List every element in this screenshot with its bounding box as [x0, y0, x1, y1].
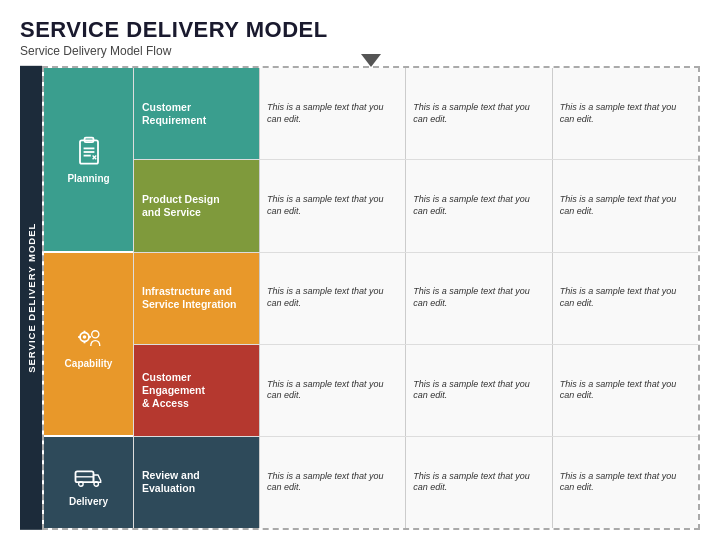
data-cell-2-1[interactable]: This is a sample text that you can edit.: [259, 160, 405, 251]
planning-icon: [71, 134, 107, 170]
table-row: CustomerRequirement This is a sample tex…: [134, 68, 698, 160]
data-cell-1-1[interactable]: This is a sample text that you can edit.: [259, 68, 405, 159]
page: SERVICE DELIVERY MODEL Service Delivery …: [0, 0, 720, 540]
svg-point-13: [91, 330, 98, 337]
table-row: Customer Engagement& Access This is a sa…: [134, 345, 698, 437]
svg-point-15: [78, 482, 83, 487]
delivery-label: Delivery: [69, 496, 108, 507]
data-cell-4-2[interactable]: This is a sample text that you can edit.: [405, 345, 551, 436]
category-review: Review andEvaluation: [134, 437, 259, 528]
content-area: Service Delivery Model: [20, 66, 700, 530]
vertical-label: Service Delivery Model: [20, 66, 42, 530]
table-wrap: Planning: [42, 66, 700, 530]
data-cell-5-3[interactable]: This is a sample text that you can edit.: [552, 437, 698, 528]
capability-label: Capability: [65, 358, 113, 369]
svg-point-16: [93, 482, 98, 487]
category-product-design: Product Designand Service: [134, 160, 259, 251]
data-cell-3-3[interactable]: This is a sample text that you can edit.: [552, 253, 698, 344]
delivery-group: Delivery: [44, 437, 133, 528]
data-cell-5-2[interactable]: This is a sample text that you can edit.: [405, 437, 551, 528]
category-customer-requirement: CustomerRequirement: [134, 68, 259, 159]
planning-group: Planning: [44, 68, 133, 252]
category-customer-engagement: Customer Engagement& Access: [134, 345, 259, 436]
data-cell-4-1[interactable]: This is a sample text that you can edit.: [259, 345, 405, 436]
delivery-icon: [71, 457, 107, 493]
planning-label: Planning: [67, 173, 109, 184]
capability-group: Capability: [44, 253, 133, 437]
data-cell-2-3[interactable]: This is a sample text that you can edit.: [552, 160, 698, 251]
data-cell-3-2[interactable]: This is a sample text that you can edit.: [405, 253, 551, 344]
data-cell-2-2[interactable]: This is a sample text that you can edit.: [405, 160, 551, 251]
table-row: Infrastructure andService Integration Th…: [134, 253, 698, 345]
table-row: Product Designand Service This is a samp…: [134, 160, 698, 252]
main-title: SERVICE DELIVERY MODEL: [20, 18, 700, 42]
top-arrow-icon: [361, 54, 381, 67]
svg-point-8: [82, 335, 86, 339]
whole-grid: Planning: [44, 68, 698, 528]
sub-title: Service Delivery Model Flow: [20, 44, 700, 58]
left-panel: Planning: [44, 68, 134, 528]
capability-icon: [71, 319, 107, 355]
category-infrastructure: Infrastructure andService Integration: [134, 253, 259, 344]
data-cell-5-1[interactable]: This is a sample text that you can edit.: [259, 437, 405, 528]
rows-area: CustomerRequirement This is a sample tex…: [134, 68, 698, 528]
data-cell-1-2[interactable]: This is a sample text that you can edit.: [405, 68, 551, 159]
data-cell-3-1[interactable]: This is a sample text that you can edit.: [259, 253, 405, 344]
vertical-label-wrap: Service Delivery Model: [20, 66, 42, 530]
table-row: Review andEvaluation This is a sample te…: [134, 437, 698, 528]
data-cell-1-3[interactable]: This is a sample text that you can edit.: [552, 68, 698, 159]
data-cell-4-3[interactable]: This is a sample text that you can edit.: [552, 345, 698, 436]
